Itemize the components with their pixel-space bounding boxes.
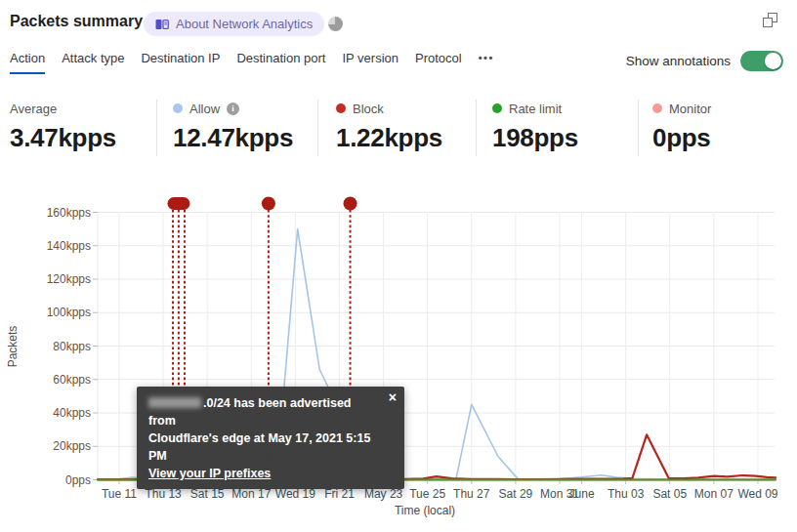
svg-text:0pps: 0pps bbox=[65, 473, 91, 487]
svg-text:Thu 03: Thu 03 bbox=[608, 487, 645, 501]
annotation-cluster-marker[interactable] bbox=[167, 197, 189, 210]
svg-text:Sat 29: Sat 29 bbox=[499, 487, 533, 501]
annotation-dot-marker[interactable] bbox=[344, 197, 357, 211]
svg-text:May 23: May 23 bbox=[364, 487, 403, 501]
svg-text:120kpps: 120kpps bbox=[47, 272, 91, 286]
svg-text:60kpps: 60kpps bbox=[53, 373, 91, 387]
svg-text:Wed 19: Wed 19 bbox=[275, 487, 315, 501]
annotation-tooltip: × .0/24 has been advertised from Cloudfl… bbox=[137, 387, 404, 489]
redacted-ip-prefix bbox=[148, 397, 201, 408]
svg-text:80kpps: 80kpps bbox=[53, 340, 91, 353]
svg-text:160kpps: 160kpps bbox=[47, 206, 91, 220]
svg-text:40kpps: 40kpps bbox=[53, 406, 91, 420]
view-ip-prefixes-link[interactable]: View your IP prefixes bbox=[148, 467, 271, 480]
x-axis-title: Time (local) bbox=[395, 504, 455, 517]
svg-text:100kpps: 100kpps bbox=[47, 306, 91, 319]
svg-text:Sat 05: Sat 05 bbox=[652, 487, 687, 501]
svg-text:Tue 11: Tue 11 bbox=[102, 487, 137, 501]
tooltip-caret bbox=[258, 450, 275, 460]
tooltip-line1: .0/24 has been advertised from bbox=[148, 394, 381, 430]
svg-text:Thu 13: Thu 13 bbox=[145, 487, 182, 501]
svg-text:20kpps: 20kpps bbox=[53, 439, 91, 453]
svg-text:June: June bbox=[569, 487, 595, 501]
svg-text:Mon 07: Mon 07 bbox=[694, 487, 734, 501]
svg-text:Fri 21: Fri 21 bbox=[324, 487, 355, 501]
svg-text:Wed 09: Wed 09 bbox=[737, 487, 777, 501]
svg-text:Mon 17: Mon 17 bbox=[231, 487, 271, 501]
svg-text:140kpps: 140kpps bbox=[47, 239, 91, 253]
svg-text:Tue 25: Tue 25 bbox=[409, 487, 445, 501]
tooltip-close-icon[interactable]: × bbox=[389, 390, 397, 404]
svg-text:Thu 27: Thu 27 bbox=[453, 487, 490, 501]
annotation-dot-marker[interactable] bbox=[262, 197, 275, 211]
svg-text:Sat 15: Sat 15 bbox=[190, 487, 225, 501]
y-axis-title: Packets bbox=[6, 326, 20, 368]
